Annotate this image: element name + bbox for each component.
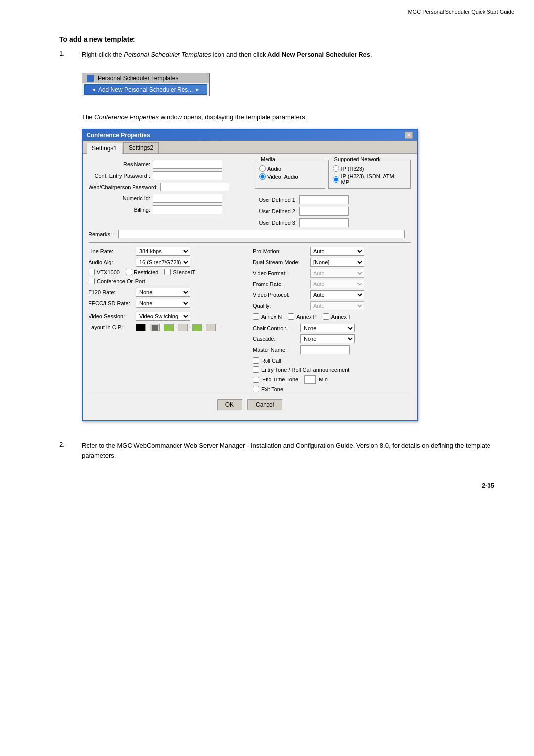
billing-input[interactable] [153, 205, 222, 214]
chair-control-row: Chair Control: None [253, 324, 411, 332]
fecc-lsd-rate-label: FECC/LSD Rate: [89, 300, 133, 306]
web-chairperson-password-input[interactable] [160, 183, 229, 191]
exit-tone-checkbox[interactable] [253, 386, 259, 392]
radio-ip-h323-input[interactable] [333, 165, 339, 172]
end-time-tone-row: End Time Tone Min [253, 375, 411, 384]
min-label: Min [319, 377, 328, 382]
master-name-input[interactable] [300, 345, 350, 354]
t120-rate-label: T120 Rate: [89, 289, 133, 295]
dialog-body: Res Name: Conf. Entry Password : Web/Cha… [83, 154, 417, 420]
annex-p-checkbox[interactable] [288, 313, 294, 320]
annex-t-checkbox[interactable] [323, 313, 329, 320]
radio-audio-label: Audio [267, 166, 281, 172]
layout-btn-3[interactable] [164, 324, 174, 331]
restricted-label: Restricted [134, 269, 159, 275]
annex-n-checkbox[interactable] [253, 313, 259, 320]
video-protocol-select[interactable]: Auto [310, 290, 364, 299]
layout-btn-4[interactable] [178, 324, 188, 331]
radio-video-audio-input[interactable] [259, 173, 266, 180]
context-menu-item[interactable]: ◄ Add New Personal Scheduler Res... ► [84, 84, 207, 95]
line-rate-label: Line Rate: [89, 248, 133, 254]
dialog-close-button[interactable]: × [405, 132, 413, 139]
dual-stream-mode-label: Dual Stream Mode: [253, 259, 307, 265]
radio-audio-input[interactable] [259, 165, 266, 172]
entry-tone-checkbox[interactable] [253, 366, 259, 373]
arrow-left-icon: ◄ [91, 87, 96, 92]
user-defined-3-row: User Defined 3: [255, 218, 411, 227]
layout-dot-6: · [217, 326, 218, 330]
video-format-select[interactable]: Auto [310, 269, 364, 278]
pro-motion-select[interactable]: Auto [310, 247, 364, 256]
step-2-text: Refer to the MGC WebCommander Web Server… [82, 441, 494, 460]
conf-entry-password-input[interactable] [153, 171, 222, 180]
t120-rate-select[interactable]: None [136, 288, 190, 297]
remarks-label: Remarks: [89, 231, 118, 237]
layout-dot-4: · [189, 326, 190, 330]
quality-select[interactable]: Auto [310, 301, 364, 310]
end-time-tone-checkbox[interactable] [253, 377, 259, 383]
end-time-tone-label: End Time Tone [262, 377, 298, 382]
vtx1000-checkbox[interactable] [89, 269, 95, 275]
end-time-tone-value[interactable] [304, 375, 316, 384]
roll-call-label: Roll Call [261, 358, 281, 364]
vtx1000-label: VTX1000 [97, 269, 120, 275]
media-network-row: Media Audio Video, Audio [255, 160, 411, 192]
master-name-row: Master Name: [253, 345, 411, 354]
context-menu-title: Personal Scheduler Templates [82, 73, 209, 83]
chair-cascade-section: Chair Control: None Cascade: None [253, 324, 411, 354]
frame-rate-select[interactable]: Auto [310, 280, 364, 288]
ok-button[interactable]: OK [217, 399, 242, 410]
dual-stream-mode-row: Dual Stream Mode: [None] [253, 258, 411, 267]
layout-btn-1[interactable] [136, 324, 146, 331]
roll-call-checkbox[interactable] [253, 357, 259, 364]
restricted-checkbox[interactable] [126, 269, 132, 275]
entry-tone-row: Entry Tone / Roll Call announcement [253, 366, 411, 373]
tab-settings2[interactable]: Settings2 [123, 142, 159, 153]
res-name-input[interactable] [153, 160, 222, 169]
user-defined-1-input[interactable] [299, 195, 349, 204]
radio-audio: Audio [259, 165, 321, 172]
tab-settings1[interactable]: Settings1 [87, 143, 122, 154]
user-defined-2-input[interactable] [299, 207, 349, 216]
audio-alg-label: Audio Alg: [89, 259, 133, 265]
para-text-after: window opens, displaying the template pa… [159, 113, 307, 121]
numeric-id-label: Numeric Id: [89, 195, 153, 201]
layout-btn-6[interactable] [206, 324, 216, 331]
video-session-row: Video Session: Video Switching [89, 312, 247, 321]
step-1-body: Right-click the Personal Scheduler Templ… [82, 50, 494, 431]
audio-alg-select[interactable]: 16 (Siren7/G728) [136, 258, 190, 267]
radio-ip-h323-isdn-label: IP (H323), ISDN, ATM, MPI [341, 173, 406, 185]
numeric-id-input[interactable] [153, 194, 222, 203]
media-group-title: Media [259, 156, 277, 162]
page-number: 2-35 [59, 482, 494, 489]
cascade-select[interactable]: None [300, 334, 355, 343]
media-group: Media Audio Video, Audio [255, 160, 325, 189]
silenceit-label: SilenceIT [173, 269, 195, 275]
conference-on-port-checkbox[interactable] [89, 278, 95, 284]
conf-entry-password-label: Conf. Entry Password : [89, 173, 153, 179]
user-defined-3-input[interactable] [299, 218, 349, 227]
middle-section: Line Rate: 384 kbps Audio Alg: 16 (Siren… [89, 247, 411, 395]
fecc-lsd-rate-select[interactable]: None [136, 299, 190, 308]
radio-ip-h323-isdn-input[interactable] [333, 176, 339, 183]
step-1-number: 1. [59, 50, 74, 431]
video-protocol-row: Video Protocol: Auto [253, 290, 411, 299]
layout-in-cp-row: Layout in C.P.: · [89, 323, 247, 331]
silenceit-checkbox[interactable] [164, 269, 171, 275]
video-session-select[interactable]: Video Switching [136, 312, 190, 321]
remarks-input[interactable] [118, 230, 405, 238]
layout-btn-2[interactable] [150, 324, 160, 331]
exit-tone-label: Exit Tone [261, 386, 283, 392]
step-1-italic: Personal Scheduler Templates [124, 51, 211, 58]
layout-btn-5[interactable] [192, 324, 202, 331]
supported-network-group-title: Supported Network [333, 156, 382, 162]
cancel-button[interactable]: Cancel [247, 399, 282, 410]
conference-properties-dialog: Conference Properties × Settings1 Settin… [82, 129, 418, 421]
pro-motion-row: Pro-Motion: Auto [253, 247, 411, 256]
step-2-number: 2. [59, 441, 74, 467]
line-rate-select[interactable]: 384 kbps [136, 247, 190, 256]
dual-stream-mode-select[interactable]: [None] [310, 258, 364, 267]
numeric-id-row: Numeric Id: [89, 194, 245, 203]
dialog-title: Conference Properties [87, 132, 150, 139]
chair-control-select[interactable]: None [300, 324, 355, 332]
